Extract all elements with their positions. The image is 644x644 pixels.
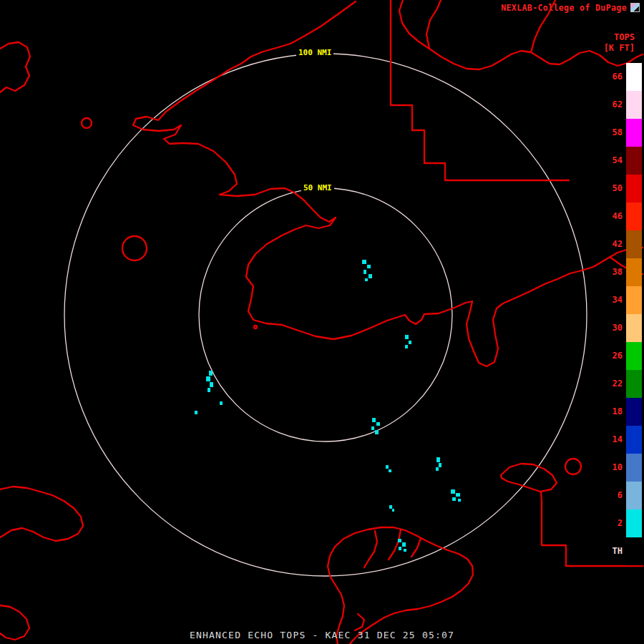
- echo-cell: [371, 426, 374, 430]
- colorbar-segment-14: [626, 426, 642, 454]
- colorbar-tick-62: 62: [597, 99, 623, 110]
- islet-dot: [254, 326, 257, 328]
- echo-cell: [389, 505, 392, 509]
- colorbar-segment-50: [626, 175, 642, 203]
- echo-cell: [409, 341, 411, 344]
- colorbar-tick-10: 10: [597, 462, 623, 473]
- colorbar-segment-62: [626, 91, 642, 119]
- colorbar-tick-2: 2: [597, 518, 623, 529]
- lake-circle-right: [565, 459, 581, 474]
- map-boundaries: [0, 0, 643, 644]
- echo-cell: [436, 457, 440, 462]
- colorbar-segment-22: [626, 370, 642, 398]
- echo-cell: [208, 388, 210, 392]
- colorbar-segment-66: [626, 63, 642, 91]
- echo-cell: [399, 547, 401, 550]
- island-left: [0, 487, 83, 541]
- delta-channel-1: [364, 531, 377, 567]
- echo-cell: [436, 467, 439, 471]
- legend-title: TOPS: [614, 32, 635, 42]
- echo-cell: [364, 270, 366, 274]
- range-ring-100nmi: [64, 54, 587, 576]
- echo-cell: [398, 539, 401, 542]
- echo-cell: [439, 463, 441, 467]
- colorbar-tick-38: 38: [597, 267, 623, 278]
- colorbar-segment-TH: [626, 537, 642, 565]
- colorbar-tick-34: 34: [597, 295, 623, 306]
- island-topleft: [0, 42, 30, 92]
- colorbar-segment-46: [626, 203, 642, 230]
- echo-cell: [210, 382, 213, 387]
- ring-label-100nmi: 100 NMI: [296, 48, 333, 57]
- echo-cell: [405, 345, 408, 348]
- colorbar-segment-30: [626, 314, 642, 342]
- ring-label-50nmi: 50 NMI: [301, 183, 334, 192]
- colorbar-segment-38: [626, 258, 642, 286]
- colorbar-segment-2: [626, 509, 642, 537]
- product-caption: ENHANCED ECHO TOPS - KAEC 31 DEC 25 05:0…: [0, 630, 644, 640]
- echo-cell: [369, 274, 372, 278]
- colorbar-segment-6: [626, 482, 642, 509]
- echo-cell: [402, 542, 406, 547]
- echo-cell: [405, 335, 409, 339]
- echo-cell: [389, 469, 391, 472]
- colorbar-tick-6: 6: [597, 490, 623, 501]
- colorbar-tick-14: 14: [597, 434, 623, 445]
- echo-cell: [392, 509, 394, 512]
- echo-cell: [375, 430, 379, 434]
- echo-cell: [367, 265, 371, 268]
- colorbar: [626, 63, 642, 565]
- legend-unit: [K FT]: [604, 43, 635, 53]
- delta-channel-4: [355, 614, 364, 630]
- lake-circle-midleft: [122, 236, 147, 260]
- echo-cell: [404, 549, 406, 552]
- echo-cell: [195, 411, 197, 414]
- echo-cell: [452, 497, 456, 501]
- colorbar-tick-46: 46: [597, 211, 623, 222]
- broken-image-icon: [630, 3, 640, 12]
- colorbar-tick-58: 58: [597, 127, 623, 138]
- colorbar-tick-26: 26: [597, 351, 623, 361]
- radar-viewport: NEXLAB-College of DuPage TOPS [K FT] 666…: [0, 0, 644, 644]
- echo-cell: [376, 422, 380, 426]
- echo-cell: [220, 401, 223, 405]
- colorbar-segment-10: [626, 454, 642, 482]
- colorbar-segment-58: [626, 119, 642, 147]
- colorbar-tick-TH: TH: [597, 546, 623, 557]
- echo-cell: [451, 489, 455, 494]
- echo-cell: [206, 376, 210, 381]
- brand-text: NEXLAB-College of DuPage: [501, 3, 627, 13]
- delta-channel-2: [389, 530, 401, 560]
- colorbar-tick-50: 50: [597, 183, 623, 194]
- lake-circle-small: [82, 118, 92, 128]
- colorbar-tick-30: 30: [597, 323, 623, 333]
- delta-channel-3: [411, 538, 421, 557]
- colorbar-tick-18: 18: [597, 406, 623, 417]
- colorbar-tick-54: 54: [597, 155, 623, 166]
- colorbar-tick-42: 42: [597, 239, 623, 250]
- colorbar-segment-42: [626, 230, 642, 258]
- echo-cell: [362, 260, 366, 264]
- echo-cell: [386, 465, 389, 469]
- river-branch-2: [426, 0, 441, 49]
- echo-cell: [458, 499, 461, 502]
- island-bottomright: [501, 464, 557, 501]
- colorbar-tick-22: 22: [597, 379, 623, 389]
- echo-cell: [456, 493, 460, 497]
- colorbar-segment-34: [626, 286, 642, 314]
- colorbar-segment-54: [626, 147, 642, 175]
- echo-cell: [209, 371, 213, 376]
- echo-layer: [195, 260, 461, 552]
- boundary-topright: [391, 0, 569, 180]
- colorbar-segment-18: [626, 398, 642, 426]
- echo-cell: [372, 418, 376, 422]
- colorbar-tick-66: 66: [597, 72, 623, 82]
- colorbar-segment-26: [626, 342, 642, 370]
- radar-map: [0, 0, 644, 644]
- echo-cell: [365, 278, 368, 281]
- range-rings: [64, 54, 587, 576]
- coastline-main: [133, 1, 643, 366]
